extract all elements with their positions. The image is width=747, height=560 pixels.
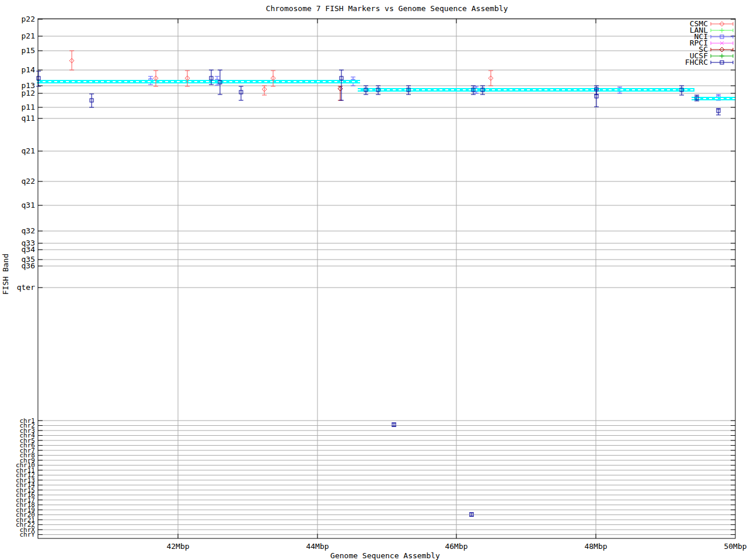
grid-layer [38, 19, 735, 538]
x-tick-label: 46Mbp [445, 542, 467, 551]
y-tick-label: q34 [22, 245, 36, 254]
y-tick-label: q11 [22, 114, 35, 123]
x-tick-label: 48Mbp [584, 542, 607, 551]
y-tick-label: q36 [22, 261, 35, 270]
y-tick-label: q31 [22, 201, 35, 209]
y-tick-label: p15 [22, 46, 35, 55]
assembly-track [37, 82, 735, 99]
chart-title: Chromosome 7 FISH Markers vs Genome Sequ… [266, 4, 508, 13]
y-tick-label: p12 [22, 89, 35, 97]
y-tick-label: p11 [22, 103, 35, 111]
x-tick-label: 50Mbp [724, 542, 746, 551]
y-tick-label: p21 [22, 32, 35, 40]
y-tick-label: p22 [22, 15, 35, 23]
y-tick-label: q22 [22, 177, 35, 186]
legend-item: FHCRC [685, 58, 733, 66]
legend: CSMCLANLNCIRPCISCUCSFFHCRC [685, 19, 733, 66]
x-tick-label: 42Mbp [166, 542, 189, 551]
plot-layers: p22p21p15p14p13p12p11q11q21q22q31q32q33q… [16, 15, 747, 551]
series-FHCRC [36, 70, 721, 516]
y-tick-label: q21 [22, 146, 35, 155]
legend-label: FHCRC [685, 58, 708, 66]
y-tick-label: p14 [22, 65, 36, 74]
x-axis-label: Genome Sequence Assembly [330, 551, 440, 560]
x-tick-label: 44Mbp [306, 542, 329, 551]
y-axis-label: FISH Band [1, 254, 10, 295]
fish-markers-chart: p22p21p15p14p13p12p11q11q21q22q31q32q33q… [0, 0, 747, 560]
legend-item: RPCI [690, 38, 733, 47]
y-tick-label: q32 [22, 226, 35, 235]
y-tick-label: chrY [20, 531, 36, 538]
y-tick-label: qter [17, 283, 35, 292]
